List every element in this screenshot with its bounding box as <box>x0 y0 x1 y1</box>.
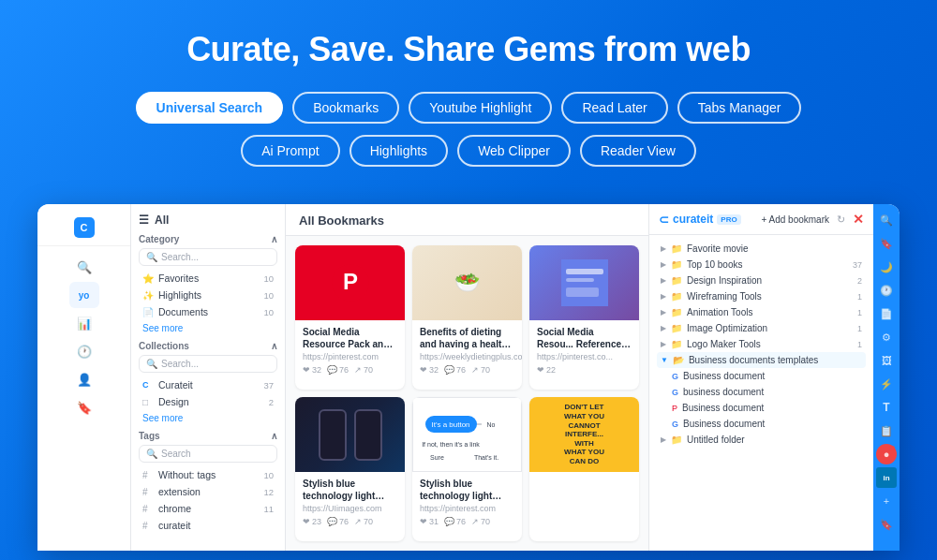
hero-section: Curate, Save. Share Gems from web Univer… <box>0 0 937 197</box>
g-icon-1: G <box>672 388 678 397</box>
sidebar-icon-bookmark[interactable]: 🔖 <box>69 394 99 420</box>
category-section-label: Category ∧ <box>139 234 277 244</box>
close-button[interactable]: ✕ <box>853 212 864 227</box>
card-body-tech: Stylish blue technology light background… <box>295 472 405 532</box>
sidebar: C 🔍 yo 📊 🕐 👤 🔖 <box>37 204 131 551</box>
rs-bookmark-icon[interactable]: 🔖 <box>876 233 897 254</box>
card-body-pinterest: Social Media Resource Pack and Reference… <box>295 320 405 380</box>
pill-ai-prompt[interactable]: Ai Prompt <box>241 135 339 167</box>
pill-bookmarks[interactable]: Bookmarks <box>292 92 399 124</box>
pill-highlights[interactable]: Highlights <box>350 135 448 167</box>
bookmark-card-food[interactable]: 🥗 Benefits of dieting and having a healt… <box>412 245 522 390</box>
pill-reader-view[interactable]: Reader View <box>580 135 696 167</box>
sub-item-2[interactable]: P Business document <box>657 400 866 416</box>
folder-arrow-5: ▶ <box>661 324 666 332</box>
left-item-highlights[interactable]: ✨ Highlights 10 <box>139 287 277 303</box>
sidebar-icon-profile[interactable]: 👤 <box>69 366 99 392</box>
bookmark-card-tech[interactable]: Stylish blue technology light background… <box>295 397 405 541</box>
rs-linkedin-icon[interactable]: in <box>876 467 897 488</box>
folder-untitled[interactable]: ▶ 📁 Untitled folder <box>657 432 866 448</box>
sub-item-3[interactable]: G Business document <box>657 416 866 432</box>
pill-universal-search[interactable]: Universal Search <box>136 92 284 124</box>
rs-clipboard-icon[interactable]: 📋 <box>876 420 897 441</box>
collections-collapse-icon[interactable]: ∧ <box>271 341 277 351</box>
highlights-icon: ✨ <box>142 290 154 301</box>
see-more-1[interactable]: See more <box>139 323 277 333</box>
sidebar-icon-search[interactable]: 🔍 <box>69 254 99 280</box>
folder-arrow-2: ▶ <box>661 276 666 285</box>
left-item-design[interactable]: □ Design 2 <box>139 393 277 410</box>
folder-item-6[interactable]: ▶ 📁 Logo Maker Tools 1 <box>657 336 866 352</box>
panel-all-label: All <box>155 214 169 227</box>
sub-item-1[interactable]: G business document <box>657 384 866 400</box>
rs-text-icon[interactable]: T <box>876 397 897 418</box>
rs-moon-icon[interactable]: 🌙 <box>876 257 897 277</box>
folder-item-4[interactable]: ▶ 📁 Animation Tools 1 <box>657 304 866 320</box>
bookmark-card-yellow[interactable]: DON'T LETWHAT YOUCANNOTINTERFE...WITHWHA… <box>529 397 639 541</box>
rs-gear-icon[interactable]: ⚙ <box>876 327 897 347</box>
sidebar-icon-analytics[interactable]: 📊 <box>69 310 99 336</box>
svg-text:That's it.: That's it. <box>473 454 498 461</box>
sidebar-icon-yo[interactable]: yo <box>69 282 99 308</box>
tag-hash-3: # <box>142 504 154 514</box>
sidebar-icon-history[interactable]: 🕐 <box>69 338 99 364</box>
favorites-icon: ⭐ <box>142 273 154 284</box>
bookmark-card-pinterest[interactable]: P Social Media Resource Pack and Referen… <box>295 245 405 390</box>
collections-search[interactable]: 🔍 Search... <box>139 355 277 373</box>
rs-image-icon[interactable]: 🖼 <box>876 350 897 371</box>
curateit-logo-icon: C <box>74 217 95 238</box>
left-item-favorites[interactable]: ⭐ Favorites 10 <box>139 270 277 287</box>
card-saves-button: ↗ 70 <box>471 517 490 526</box>
left-item-curateit-tag[interactable]: # curateit <box>139 517 277 534</box>
curateit-logo-text: ⊂ <box>659 213 669 227</box>
folder-item-0[interactable]: ▶ 📁 Favorite movie <box>657 241 866 257</box>
main-header: All Bookmarks <box>286 204 648 236</box>
folder-count-1: 37 <box>853 260 862 270</box>
pill-tabs-manager[interactable]: Tabs Manager <box>677 92 802 124</box>
pill-web-clipper[interactable]: Web Clipper <box>457 135 571 167</box>
rs-lightning-icon[interactable]: ⚡ <box>876 374 897 394</box>
category-collapse-icon[interactable]: ∧ <box>271 234 277 244</box>
folder-item-2[interactable]: ▶ 📁 Design Inspiration 2 <box>657 273 866 288</box>
svg-text:P: P <box>342 269 357 294</box>
see-more-2[interactable]: See more <box>139 413 277 423</box>
left-item-extension[interactable]: # extension 12 <box>139 483 277 500</box>
card-title-button: Stylish blue technology light background… <box>420 478 514 502</box>
pill-youtube-highlight[interactable]: Youtube Highlight <box>409 92 552 124</box>
folder-icon-3: 📁 <box>671 291 682 302</box>
tags-collapse-icon[interactable]: ∧ <box>271 431 277 441</box>
untitled-arrow: ▶ <box>661 435 666 444</box>
card-likes-pinterest: ❤ 32 <box>303 365 321 375</box>
card-image-button: It's a button No If not, then it's a lin… <box>412 397 522 472</box>
folder-item-1[interactable]: ▶ 📁 Top 10 books 37 <box>657 257 866 273</box>
rs-red-dot-icon[interactable]: ● <box>876 444 897 464</box>
rs-bookmark2-icon[interactable]: 🔖 <box>876 514 897 535</box>
g-icon-3: G <box>672 420 678 429</box>
add-bookmark-button[interactable]: + Add bookmark <box>761 214 829 225</box>
rs-search-icon[interactable]: 🔍 <box>876 210 897 230</box>
sub-item-0[interactable]: G Business document <box>657 368 866 384</box>
left-item-chrome[interactable]: # chrome 11 <box>139 500 277 517</box>
bookmark-card-social[interactable]: Social Media Resou... References | Pinte… <box>529 245 639 390</box>
left-item-without-tags[interactable]: # Without: tags 10 <box>139 466 277 483</box>
rs-doc-icon[interactable]: 📄 <box>876 303 897 324</box>
pill-read-later[interactable]: Read Later <box>561 92 667 124</box>
card-actions-button: ❤ 31 💬 76 ↗ 70 <box>420 517 514 526</box>
g-icon-0: G <box>672 372 678 381</box>
folder-item-3[interactable]: ▶ 📁 Wireframing Tools 1 <box>657 288 866 304</box>
phone-mockup-1 <box>319 409 347 461</box>
rs-history-icon[interactable]: 🕐 <box>876 280 897 301</box>
folder-label-2: Design Inspiration <box>687 275 762 286</box>
left-item-documents[interactable]: 📄 Documents 10 <box>139 303 277 320</box>
tag-hash-2: # <box>142 487 154 497</box>
rs-plus-icon[interactable]: + <box>876 491 897 511</box>
folder-icon-1: 📁 <box>671 259 682 270</box>
bookmark-card-button[interactable]: It's a button No If not, then it's a lin… <box>412 397 522 541</box>
category-search[interactable]: 🔍 Search... <box>139 248 277 266</box>
tags-search[interactable]: 🔍 Search <box>139 445 277 463</box>
refresh-icon[interactable]: ↻ <box>837 214 845 226</box>
collections-search-icon: 🔍 <box>146 359 157 369</box>
left-item-curateit[interactable]: C Curateit 37 <box>139 376 277 393</box>
folder-expanded[interactable]: ▼ 📂 Business documents templates <box>657 352 866 368</box>
folder-item-5[interactable]: ▶ 📁 Image Optimization 1 <box>657 320 866 336</box>
